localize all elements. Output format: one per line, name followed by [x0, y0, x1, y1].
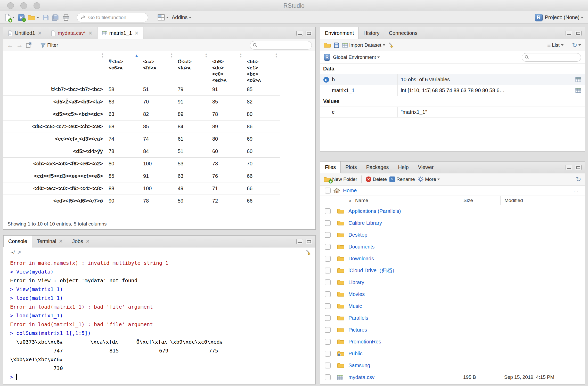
new-file-button[interactable]: + — [5, 14, 15, 21]
environment-search-input[interactable] — [531, 55, 578, 60]
tab-mydata-csv[interactable]: mydata.csv* ✕ — [46, 27, 97, 39]
maximize-pane-button[interactable] — [306, 31, 312, 36]
save-all-button[interactable] — [52, 14, 59, 21]
save-button[interactable] — [42, 14, 49, 21]
file-link[interactable]: Movies — [348, 291, 365, 297]
tab-packages[interactable]: Packages — [362, 162, 394, 173]
load-workspace-button[interactable] — [324, 42, 331, 48]
file-checkbox[interactable] — [325, 303, 331, 309]
popout-window-button[interactable] — [26, 42, 32, 48]
refresh-environment-button[interactable]: ↻ — [572, 42, 581, 48]
file-checkbox[interactable] — [325, 232, 331, 238]
column-header-4[interactable]: ▲▼ <b9> <dc> <c0> <ed>ᴀ — [210, 51, 245, 83]
close-icon[interactable]: ✕ — [86, 238, 90, 244]
column-header-5[interactable]: ▲▼ <bb> <e1> <bc> <c6>ᴀ — [245, 51, 280, 83]
tab-jobs[interactable]: Jobs ✕ — [68, 236, 94, 247]
file-checkbox[interactable] — [325, 208, 331, 214]
data-search-input[interactable] — [259, 43, 309, 48]
rename-button[interactable]: ✎ Rename — [389, 176, 415, 182]
close-icon[interactable]: ✕ — [38, 30, 42, 36]
tab-matrix1-1[interactable]: matrix1_1 ✕ — [97, 27, 144, 39]
tab-history[interactable]: History — [359, 27, 384, 39]
tab-terminal[interactable]: Terminal ✕ — [32, 236, 68, 247]
file-link[interactable]: iCloud Drive（归档） — [348, 267, 397, 274]
view-data-grid-icon[interactable] — [575, 88, 581, 93]
clear-console-broom-icon[interactable] — [305, 249, 312, 256]
file-link[interactable]: Library — [348, 279, 364, 285]
print-button[interactable] — [62, 14, 70, 21]
zoom-window-button[interactable] — [34, 2, 40, 9]
file-link[interactable]: Pictures — [348, 327, 367, 333]
file-link[interactable]: PromotionRes — [348, 339, 381, 345]
file-checkbox[interactable] — [325, 339, 331, 345]
tab-console[interactable]: Console — [3, 236, 32, 247]
path-ellipsis-button[interactable]: … — [573, 188, 581, 194]
close-icon[interactable]: ✕ — [88, 30, 93, 36]
minimize-window-button[interactable] — [20, 2, 27, 9]
breadcrumb-home[interactable]: Home — [343, 188, 357, 194]
import-dataset-button[interactable]: Import Dataset — [342, 42, 385, 48]
file-checkbox[interactable] — [325, 279, 331, 285]
file-link[interactable]: Parallels — [348, 315, 368, 321]
close-icon[interactable]: ✕ — [59, 238, 63, 244]
file-checkbox[interactable] — [325, 244, 331, 250]
file-checkbox[interactable] — [325, 327, 331, 333]
forward-button[interactable]: → — [16, 42, 23, 49]
size-column-header[interactable]: Size — [459, 196, 500, 205]
tab-plots[interactable]: Plots — [341, 162, 361, 173]
goto-directory-icon[interactable] — [17, 250, 22, 255]
file-checkbox[interactable] — [325, 374, 331, 380]
select-all-checkbox[interactable] — [325, 188, 331, 194]
delete-button[interactable]: ✕ Delete — [366, 176, 387, 182]
project-menu-button[interactable]: Project: (None) — [545, 14, 584, 20]
environment-object-row[interactable]: c "matrix1_1" — [320, 107, 585, 118]
close-window-button[interactable] — [7, 2, 14, 9]
tab-connections[interactable]: Connections — [384, 27, 422, 39]
new-project-button[interactable]: R + — [18, 14, 25, 21]
file-checkbox[interactable] — [325, 256, 331, 262]
maximize-pane-button[interactable] — [306, 239, 312, 244]
environment-object-row[interactable]: matrix1_1 int [1:10, 1:5] 68 85 74 88 63… — [320, 85, 585, 96]
column-header-1[interactable]: ▲ ͳ<bc> <c6>ᴀ — [107, 51, 141, 83]
minimize-pane-button[interactable] — [296, 239, 303, 244]
rownames-column-header[interactable]: ▲▼ — [3, 51, 107, 83]
close-icon[interactable]: ✕ — [135, 30, 139, 36]
file-link[interactable]: Desktop — [348, 232, 367, 238]
goto-file-function-input[interactable] — [88, 15, 144, 20]
tab-environment[interactable]: Environment — [320, 27, 359, 39]
tab-help[interactable]: Help — [394, 162, 413, 173]
clear-environment-broom-icon[interactable] — [388, 42, 395, 49]
file-checkbox[interactable] — [325, 315, 331, 321]
minimize-pane-button[interactable] — [296, 31, 303, 36]
file-link[interactable]: Public — [348, 351, 362, 357]
more-button[interactable]: More — [418, 176, 440, 182]
view-data-grid-icon[interactable] — [575, 77, 581, 82]
name-column-header[interactable]: ▲ Name — [348, 198, 459, 203]
minimize-pane-button[interactable] — [566, 165, 572, 170]
file-checkbox[interactable] — [325, 363, 331, 368]
console-output[interactable]: Error in make.names(x) : invalid multiby… — [3, 257, 315, 384]
file-link[interactable]: Calibre Library — [348, 220, 382, 226]
maximize-pane-button[interactable] — [575, 31, 582, 36]
new-folder-button[interactable]: + New Folder — [324, 176, 357, 182]
file-link[interactable]: Music — [348, 303, 362, 309]
console-prompt[interactable]: > — [10, 373, 315, 381]
file-link[interactable]: Documents — [348, 244, 374, 250]
file-checkbox[interactable] — [325, 351, 331, 357]
file-checkbox[interactable] — [325, 268, 331, 274]
file-link[interactable]: Applications (Parallels) — [348, 208, 401, 214]
tab-untitled1[interactable]: Untitled1 ✕ — [3, 27, 46, 39]
column-header-2[interactable]: ▲▼ <ca> <fd>ᴀ — [141, 51, 176, 83]
modified-column-header[interactable]: Modified — [500, 196, 585, 205]
environment-object-row[interactable]: ▶ b 10 obs. of 6 variables — [320, 74, 585, 85]
list-view-button[interactable]: ≡ List — [547, 42, 564, 48]
column-header-3[interactable]: ▲▼ Ö<cf> <fa>ᴀ — [176, 51, 210, 83]
filter-button[interactable]: Filter — [40, 42, 58, 48]
workspace-panes-button[interactable] — [158, 14, 169, 21]
file-checkbox[interactable] — [325, 220, 331, 226]
open-file-button[interactable] — [28, 14, 39, 21]
file-link[interactable]: Samsung — [348, 363, 370, 368]
file-checkbox[interactable] — [325, 291, 331, 297]
save-workspace-button[interactable] — [333, 42, 340, 48]
file-link[interactable]: Downloads — [348, 256, 374, 262]
